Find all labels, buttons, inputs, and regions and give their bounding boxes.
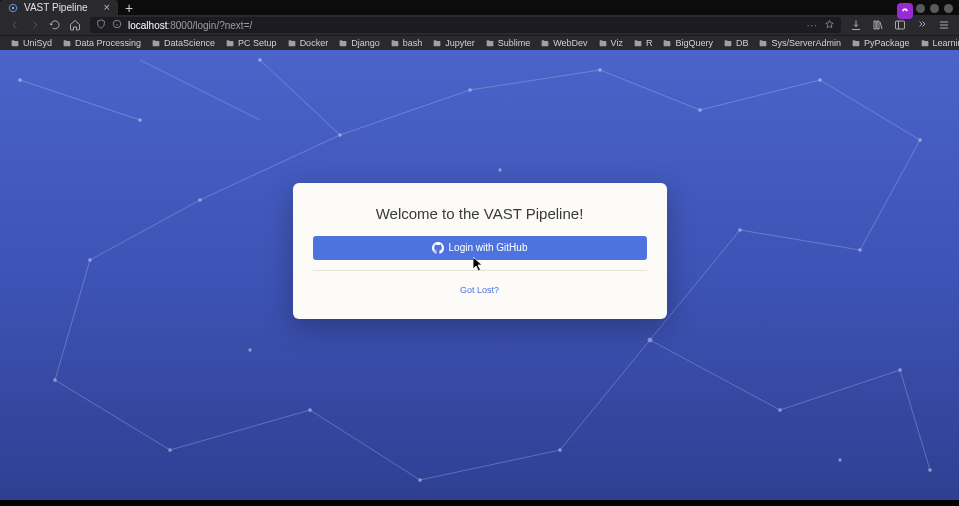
bookmark-label: Docker — [300, 38, 329, 48]
bookmark-folder[interactable]: Viz — [594, 37, 627, 49]
bookmark-label: Data Processing — [75, 38, 141, 48]
svg-line-13 — [600, 70, 700, 110]
url-text: localhost:8000/login/?next=/ — [128, 20, 252, 31]
bookmark-label: Django — [351, 38, 380, 48]
bookmark-label: Jupyter — [445, 38, 475, 48]
bookmark-label: DataScience — [164, 38, 215, 48]
bookmark-label: R — [646, 38, 653, 48]
new-tab-button[interactable]: + — [118, 0, 140, 15]
bookmark-label: Sys/ServerAdmin — [771, 38, 841, 48]
bookmark-label: UniSyd — [23, 38, 52, 48]
svg-line-23 — [560, 340, 650, 450]
bookmark-folder[interactable]: DataScience — [147, 37, 219, 49]
bookmark-folder[interactable]: bash — [386, 37, 427, 49]
svg-line-10 — [55, 380, 170, 450]
bookmarks-bar: UniSydData ProcessingDataSciencePC Setup… — [0, 35, 959, 50]
downloads-icon[interactable] — [847, 16, 865, 34]
bookmark-folder[interactable]: R — [629, 37, 657, 49]
bookmark-folder[interactable]: DB — [719, 37, 753, 49]
nav-home-button[interactable] — [66, 16, 84, 34]
svg-point-41 — [858, 248, 861, 251]
window-minimize-dot[interactable] — [930, 4, 939, 13]
svg-line-16 — [860, 140, 920, 250]
nav-reload-button[interactable] — [46, 16, 64, 34]
svg-point-1 — [12, 6, 15, 9]
bookmark-folder[interactable]: Learning/Resources — [916, 37, 959, 49]
bookmark-folder[interactable]: Django — [334, 37, 384, 49]
svg-point-28 — [258, 58, 261, 61]
bookmark-folder[interactable]: Sys/ServerAdmin — [754, 37, 845, 49]
svg-point-49 — [499, 169, 502, 172]
nav-back-button[interactable] — [6, 16, 24, 34]
bookmark-label: Sublime — [498, 38, 531, 48]
private-browsing-badge — [897, 3, 913, 19]
bookmark-folder[interactable]: Sublime — [481, 37, 535, 49]
svg-point-35 — [418, 478, 421, 481]
svg-point-40 — [918, 138, 921, 141]
svg-line-12 — [310, 410, 420, 480]
svg-point-39 — [818, 78, 821, 81]
svg-point-27 — [138, 118, 141, 121]
bookmark-folder[interactable]: Jupyter — [428, 37, 479, 49]
nav-forward-button[interactable] — [26, 16, 44, 34]
bookmark-folder[interactable]: UniSyd — [6, 37, 56, 49]
svg-line-4 — [20, 80, 140, 120]
svg-point-33 — [168, 448, 171, 451]
star-outline-icon[interactable] — [824, 19, 835, 32]
svg-point-45 — [898, 368, 901, 371]
navbar: localhost:8000/login/?next=/ ··· — [0, 15, 959, 35]
bookmark-folder[interactable]: WebDev — [536, 37, 591, 49]
svg-point-29 — [338, 133, 341, 136]
svg-line-8 — [90, 200, 200, 260]
library-icon[interactable] — [869, 16, 887, 34]
bookmark-folder[interactable]: PyPackage — [847, 37, 914, 49]
svg-point-37 — [598, 68, 601, 71]
window-zoom-dot[interactable] — [944, 4, 953, 13]
svg-point-43 — [648, 338, 652, 342]
svg-line-9 — [55, 260, 90, 380]
svg-point-44 — [778, 408, 781, 411]
svg-line-20 — [780, 370, 900, 410]
info-icon[interactable] — [112, 19, 122, 31]
github-icon — [432, 242, 444, 254]
svg-point-26 — [18, 78, 21, 81]
tab-close-button[interactable]: × — [104, 2, 110, 13]
svg-line-21 — [900, 370, 930, 470]
window-controls[interactable] — [916, 4, 953, 13]
bookmark-folder[interactable]: Data Processing — [58, 37, 145, 49]
svg-line-11 — [170, 410, 310, 450]
bookmark-folder[interactable]: Docker — [283, 37, 333, 49]
mouse-cursor — [473, 257, 485, 273]
bookmark-label: Viz — [611, 38, 623, 48]
welcome-heading: Welcome to the VAST Pipeline! — [313, 205, 647, 222]
svg-line-19 — [650, 340, 780, 410]
svg-rect-3 — [896, 21, 905, 29]
bookmark-label: PC Setup — [238, 38, 277, 48]
tab-title: VAST Pipeline — [24, 2, 88, 13]
svg-line-17 — [740, 230, 860, 250]
bookmark-label: Learning/Resources — [933, 38, 959, 48]
window-close-dot[interactable] — [916, 4, 925, 13]
address-bar[interactable]: localhost:8000/login/?next=/ ··· — [90, 17, 841, 33]
svg-point-47 — [558, 448, 561, 451]
overflow-chevrons-icon[interactable] — [913, 16, 931, 34]
svg-line-5 — [140, 60, 260, 120]
bookmark-label: WebDev — [553, 38, 587, 48]
bookmark-folder[interactable]: BigQuery — [658, 37, 717, 49]
bookmark-label: DB — [736, 38, 749, 48]
tab-favicon — [8, 3, 18, 13]
svg-point-38 — [698, 108, 701, 111]
svg-point-36 — [468, 88, 471, 91]
svg-point-32 — [53, 378, 56, 381]
app-menu-button[interactable] — [935, 16, 953, 34]
bookmark-folder[interactable]: PC Setup — [221, 37, 281, 49]
svg-line-24 — [470, 70, 600, 90]
browser-tab-active[interactable]: VAST Pipeline × — [0, 0, 118, 15]
url-ellipsis-icon[interactable]: ··· — [807, 20, 818, 31]
svg-line-22 — [420, 450, 560, 480]
svg-point-50 — [249, 349, 252, 352]
svg-point-31 — [88, 258, 91, 261]
svg-line-14 — [700, 80, 820, 110]
got-lost-link[interactable]: Got Lost? — [313, 285, 647, 295]
svg-point-34 — [308, 408, 311, 411]
